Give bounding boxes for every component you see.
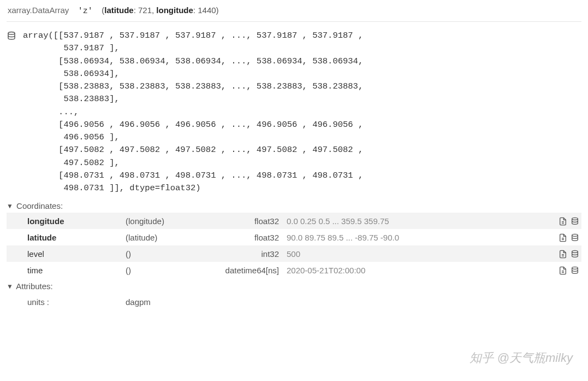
coord-dims: () [126,266,199,275]
attr-value: dagpm [126,297,581,307]
array-data-section: array([[537.9187 , 537.9187 , 537.9187 ,… [7,22,581,198]
database-icon[interactable] [571,232,579,242]
coord-preview: 90.0 89.75 89.5 ... -89.75 -90.0 [287,233,547,242]
database-icon[interactable] [571,249,579,258]
header: xarray.DataArray 'z' (latitude: 721, lon… [7,2,581,22]
xarray-repr: xarray.DataArray 'z' (latitude: 721, lon… [0,0,588,316]
svg-point-6 [572,235,578,237]
coord-row: level()int32500 [7,245,581,262]
attributes-toggle[interactable]: ▼ Attributes: [7,278,581,293]
database-icon[interactable] [571,265,579,274]
svg-point-9 [572,251,578,253]
coordinates-list: longitude(longitude)float320.0 0.25 0.5 … [7,213,581,278]
coord-row: longitude(longitude)float320.0 0.25 0.5 … [7,213,581,229]
coord-row: latitude(latitude)float3290.0 89.75 89.5… [7,229,581,245]
coord-dtype: int32 [199,249,287,259]
coord-dims: (longitude) [126,216,199,226]
coord-dims: (latitude) [126,233,199,242]
coord-preview: 0.0 0.25 0.5 ... 359.5 359.75 [287,216,547,226]
coord-name: level [27,249,126,259]
coord-dtype: float32 [199,216,287,226]
attributes-label: Attributes: [16,282,53,291]
caret-down-icon: ▼ [7,202,13,210]
coordinates-label: Coordinates: [16,201,63,210]
file-text-icon[interactable] [559,216,567,225]
coordinates-toggle[interactable]: ▼ Coordinates: [7,198,581,213]
attr-key: units : [27,297,126,307]
svg-point-12 [572,267,578,269]
svg-point-3 [572,218,578,220]
object-type: xarray.DataArray [8,5,69,15]
attributes-list: units :dagpm [7,293,581,307]
svg-point-0 [8,32,15,35]
array-data: array([[537.9187 , 537.9187 , 537.9187 ,… [19,30,363,195]
file-text-icon[interactable] [559,232,567,242]
coord-name: latitude [27,233,126,242]
variable-name: 'z' [78,7,93,16]
coord-row: time()datetime64[ns]2020-05-21T02:00:00 [7,262,581,278]
database-icon[interactable] [571,216,579,225]
coord-preview: 2020-05-21T02:00:00 [287,266,547,275]
database-icon[interactable] [7,30,19,41]
file-text-icon[interactable] [559,249,567,258]
coord-dims: () [126,249,199,259]
coord-preview: 500 [287,249,547,259]
caret-down-icon: ▼ [7,283,13,290]
attr-row: units :dagpm [7,293,581,307]
dimensions: (latitude: 721, longitude: 1440) [102,5,218,15]
coord-name: time [27,266,126,275]
coord-dtype: float32 [199,233,287,242]
coord-name: longitude [27,216,126,226]
file-text-icon[interactable] [559,265,567,274]
coord-dtype: datetime64[ns] [199,266,287,275]
